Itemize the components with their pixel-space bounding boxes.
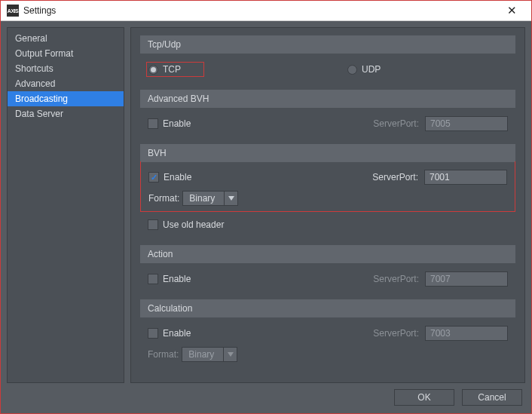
label-bvh-port: ServerPort: xyxy=(372,172,418,182)
section-action: Action Enable ServerPort: xyxy=(140,245,515,292)
checkbox-calculation-enable[interactable] xyxy=(148,328,158,339)
sidebar-item-broadcasting[interactable]: Broadcasting xyxy=(8,91,124,106)
section-calculation: Calculation Enable ServerPort: Format: xyxy=(140,299,515,367)
section-body-calculation: Enable ServerPort: Format: Binary xyxy=(140,317,515,367)
input-bvh-port[interactable] xyxy=(424,170,507,185)
section-bvh: BVH Enable ServerPort: Format: xyxy=(140,144,515,238)
label-bvh-use-old-header: Use old header xyxy=(163,219,224,230)
highlight-bvh: Enable ServerPort: Format: Binary xyxy=(140,161,515,212)
section-body-action: Enable ServerPort: xyxy=(140,263,515,292)
close-icon: ✕ xyxy=(507,4,517,17)
panels: General Output Format Shortcuts Advanced… xyxy=(7,27,525,383)
select-calculation-format-value: Binary xyxy=(182,349,223,360)
chevron-down-icon xyxy=(224,192,237,205)
section-header-calculation: Calculation xyxy=(140,299,515,317)
section-body-advanced-bvh: Enable ServerPort: xyxy=(140,108,515,136)
label-calculation-port: ServerPort: xyxy=(373,328,419,339)
window-title: Settings xyxy=(23,5,56,16)
label-advanced-bvh-enable: Enable xyxy=(163,118,191,129)
select-bvh-format-value: Binary xyxy=(183,193,224,204)
app-icon: AXIS xyxy=(7,5,19,17)
checkbox-bvh-enable[interactable] xyxy=(148,172,159,182)
footer: OK Cancel xyxy=(7,383,525,407)
close-button[interactable]: ✕ xyxy=(498,1,525,20)
sidebar-item-shortcuts[interactable]: Shortcuts xyxy=(8,61,124,76)
sidebar-item-data-server[interactable]: Data Server xyxy=(8,106,124,121)
select-calculation-format[interactable]: Binary xyxy=(182,347,237,362)
label-calculation-enable: Enable xyxy=(163,328,191,339)
client-area: General Output Format Shortcuts Advanced… xyxy=(1,21,531,413)
label-advanced-bvh-port: ServerPort: xyxy=(373,118,419,129)
cancel-button[interactable]: Cancel xyxy=(462,389,522,406)
sidebar-item-output-format[interactable]: Output Format xyxy=(8,46,124,61)
sidebar: General Output Format Shortcuts Advanced… xyxy=(7,27,124,383)
section-tcpudp: Tcp/Udp TCP UDP xyxy=(140,35,515,82)
input-advanced-bvh-port[interactable] xyxy=(425,116,508,131)
ok-button[interactable]: OK xyxy=(394,389,454,406)
sidebar-item-advanced[interactable]: Advanced xyxy=(8,76,124,91)
titlebar: AXIS Settings ✕ xyxy=(1,1,531,21)
section-header-tcpudp: Tcp/Udp xyxy=(140,35,515,54)
checkbox-bvh-use-old-header[interactable] xyxy=(148,219,158,230)
label-action-port: ServerPort: xyxy=(373,274,419,284)
radio-udp-label: UDP xyxy=(362,64,381,75)
input-calculation-port[interactable] xyxy=(425,326,508,341)
settings-window: AXIS Settings ✕ General Output Format Sh… xyxy=(0,0,532,414)
chevron-down-icon xyxy=(223,348,237,361)
sidebar-item-general[interactable]: General xyxy=(8,31,124,46)
radio-tcp[interactable] xyxy=(148,65,158,75)
main-panel: Tcp/Udp TCP UDP xyxy=(130,27,525,383)
highlight-tcp: TCP xyxy=(146,62,204,77)
input-action-port[interactable] xyxy=(425,271,508,287)
checkbox-advanced-bvh-enable[interactable] xyxy=(148,118,158,129)
section-body-tcpudp: TCP UDP xyxy=(140,54,515,82)
svg-marker-1 xyxy=(228,352,234,357)
section-header-advanced-bvh: Advanced BVH xyxy=(140,90,515,108)
section-advanced-bvh: Advanced BVH Enable ServerPort: xyxy=(140,90,515,136)
radio-udp[interactable] xyxy=(347,65,357,75)
label-action-enable: Enable xyxy=(163,274,191,284)
label-bvh-enable: Enable xyxy=(164,172,191,182)
radio-tcp-label: TCP xyxy=(163,64,181,75)
checkbox-action-enable[interactable] xyxy=(148,274,158,284)
svg-marker-0 xyxy=(228,196,234,201)
section-header-action: Action xyxy=(140,245,515,263)
label-bvh-format: Format: xyxy=(148,193,179,204)
section-header-bvh: BVH xyxy=(140,144,515,162)
label-calculation-format: Format: xyxy=(148,349,179,360)
select-bvh-format[interactable]: Binary xyxy=(182,191,238,206)
